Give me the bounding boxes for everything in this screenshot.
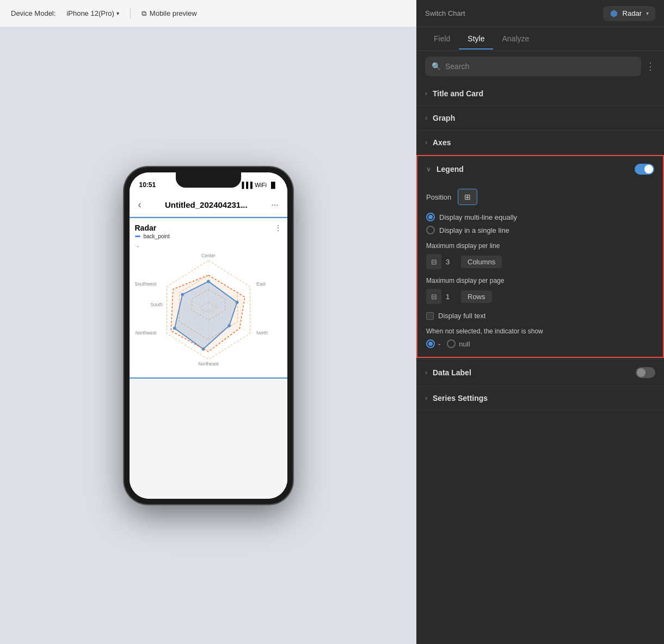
radar-chart: Center East North Northeast Northwest So… xyxy=(135,250,282,370)
top-bar: Device Model: iPhone 12(Pro) ▾ ⧉ Mobile … xyxy=(0,0,416,27)
section-axes-label: Axes xyxy=(433,138,451,147)
search-box[interactable]: 🔍 Search xyxy=(425,57,641,76)
phone-more-button[interactable]: ··· xyxy=(271,200,278,210)
svg-text:Northeast: Northeast xyxy=(198,361,219,367)
columns-icon-box: ⊟ xyxy=(426,254,441,269)
svg-text:Northwest: Northwest xyxy=(135,330,156,336)
iphone-notch xyxy=(176,172,241,188)
tab-style[interactable]: Style xyxy=(459,29,493,49)
svg-marker-22 xyxy=(611,10,617,17)
section-series-settings-label: Series Settings xyxy=(433,394,488,403)
chart-container: Radar back_point - ⋮ xyxy=(130,217,287,379)
indicator-label: When not selected, the indicator is show xyxy=(426,327,654,335)
section-data-label[interactable]: › Data Label xyxy=(416,359,664,386)
chart-type-label: Radar xyxy=(623,9,642,17)
display-singleline-label: Display in a single line xyxy=(439,226,509,234)
indicator-dash-option[interactable]: - xyxy=(426,339,440,348)
section-data-label-title: Data Label xyxy=(433,368,471,377)
svg-marker-14 xyxy=(171,275,245,352)
display-options-group: Display multi-line equally Display in a … xyxy=(426,213,654,234)
section-series-settings[interactable]: › Series Settings xyxy=(416,386,664,411)
position-icon: ⊞ xyxy=(464,193,471,201)
legend-series-label: back_point xyxy=(144,233,170,239)
legend-dash: - xyxy=(137,243,139,249)
section-graph[interactable]: › Graph xyxy=(416,106,664,131)
iphone-status-bar: 10:51 ▐▐▐ WiFi ▐▌ xyxy=(130,172,287,193)
chevron-right-icon: › xyxy=(425,114,427,122)
rows-icon-box: ⊟ xyxy=(426,289,441,304)
selector-chevron-icon: ▾ xyxy=(646,10,649,16)
max-per-line-section: Maximum display per line ⊟ 3 Columns xyxy=(426,242,654,269)
max-per-line-label: Maximum display per line xyxy=(426,242,654,250)
max-per-page-row: ⊟ 1 Rows xyxy=(426,289,654,304)
mobile-preview-icon: ⧉ xyxy=(142,9,146,18)
iphone-screen: 10:51 ▐▐▐ WiFi ▐▌ ‹ Untitled_202404231..… xyxy=(130,172,287,499)
max-per-page-value: 1 xyxy=(446,293,457,301)
display-singleline-option[interactable]: Display in a single line xyxy=(426,226,654,234)
max-per-line-value: 3 xyxy=(446,258,457,266)
search-placeholder: Search xyxy=(445,62,469,71)
phone-header: ‹ Untitled_202404231... ··· xyxy=(130,193,287,217)
indicator-null-label: null xyxy=(459,340,470,348)
chart-title: Radar xyxy=(135,224,282,232)
svg-text:East: East xyxy=(256,281,266,287)
mobile-preview-button[interactable]: ⧉ Mobile preview xyxy=(142,9,197,18)
chevron-down-icon: ▾ xyxy=(116,10,119,16)
legend-header[interactable]: ∨ Legend xyxy=(417,156,663,182)
section-title-and-card[interactable]: › Title and Card xyxy=(416,82,664,106)
switch-chart-label: Switch Chart xyxy=(425,9,465,17)
section-legend: ∨ Legend Position ⊞ Display multi-line e… xyxy=(416,155,664,358)
max-per-page-section: Maximum display per page ⊟ 1 Rows xyxy=(426,277,654,304)
indicator-section: When not selected, the indicator is show… xyxy=(426,327,654,348)
chevron-right-icon: › xyxy=(425,139,427,146)
display-full-text-checkbox[interactable] xyxy=(426,312,434,320)
phone-bottom xyxy=(130,379,287,499)
wifi-icon: WiFi xyxy=(255,182,267,188)
chevron-right-icon: › xyxy=(425,90,427,97)
divider xyxy=(130,8,131,19)
indicator-null-radio xyxy=(447,339,456,348)
status-icons: ▐▐▐ WiFi ▐▌ xyxy=(240,182,278,188)
chart-options-icon[interactable]: ⋮ xyxy=(274,224,282,232)
iphone-frame: 10:51 ▐▐▐ WiFi ▐▌ ‹ Untitled_202404231..… xyxy=(124,167,293,504)
chart-type-selector[interactable]: Radar ▾ xyxy=(603,6,655,21)
status-time: 10:51 xyxy=(139,181,156,189)
display-full-text-row[interactable]: Display full text xyxy=(426,312,654,320)
max-per-page-label: Maximum display per page xyxy=(426,277,654,284)
data-label-toggle[interactable] xyxy=(636,367,655,378)
phone-canvas: 10:51 ▐▐▐ WiFi ▐▌ ‹ Untitled_202404231..… xyxy=(0,27,416,644)
device-model-select[interactable]: iPhone 12(Pro) ▾ xyxy=(66,9,119,17)
legend-toggle[interactable] xyxy=(635,164,654,175)
more-options-icon[interactable]: ⋮ xyxy=(645,60,655,72)
indicator-row: - null xyxy=(426,339,654,348)
indicator-dash-radio xyxy=(426,339,435,348)
indicator-null-option[interactable]: null xyxy=(447,339,470,348)
position-row: Position ⊞ xyxy=(426,189,654,205)
svg-text:North: North xyxy=(256,330,268,336)
max-per-line-row: ⊟ 3 Columns xyxy=(426,254,654,269)
signal-icon: ▐▐▐ xyxy=(240,182,253,188)
display-multiline-option[interactable]: Display multi-line equally xyxy=(426,213,654,221)
rows-unit: Rows xyxy=(461,290,492,303)
tab-analyze[interactable]: Analyze xyxy=(493,29,538,49)
phone-chart-title: Untitled_202404231... xyxy=(165,200,248,209)
indicator-dash-label: - xyxy=(438,340,440,348)
columns-unit: Columns xyxy=(461,256,502,268)
battery-icon: ▐▌ xyxy=(269,182,278,188)
tabs-row: Field Style Analyze xyxy=(416,27,664,51)
legend-color-dot xyxy=(135,236,140,237)
radio-singleline-circle xyxy=(426,226,435,234)
search-icon: 🔍 xyxy=(432,62,441,71)
legend-section-label: Legend xyxy=(436,165,464,174)
section-axes[interactable]: › Axes xyxy=(416,131,664,155)
left-panel: Device Model: iPhone 12(Pro) ▾ ⧉ Mobile … xyxy=(0,0,416,644)
tab-field[interactable]: Field xyxy=(425,29,459,49)
panel-top-bar: Switch Chart Radar ▾ xyxy=(416,0,664,27)
chart-legend: back_point xyxy=(135,233,282,239)
svg-text:South: South xyxy=(150,302,163,307)
search-row: 🔍 Search ⋮ xyxy=(416,51,664,82)
back-button[interactable]: ‹ xyxy=(138,199,142,210)
display-full-text-label: Display full text xyxy=(438,312,485,320)
position-button[interactable]: ⊞ xyxy=(458,189,477,205)
radar-chart-icon xyxy=(610,9,618,18)
